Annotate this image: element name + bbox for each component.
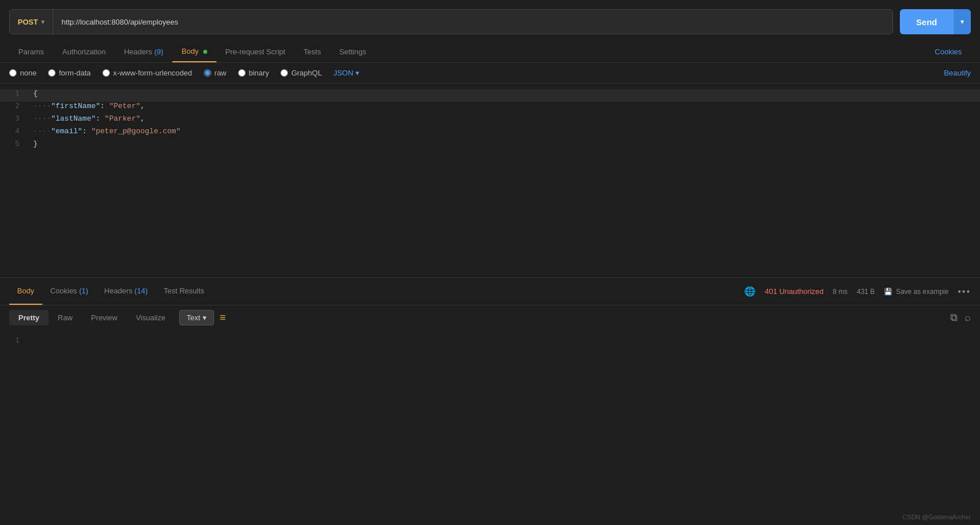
radio-urlencoded[interactable]: x-www-form-urlencoded [102,69,192,77]
url-bar: POST ▾ Send ▾ [0,0,980,41]
json-format-selector[interactable]: JSON ▾ [333,69,359,77]
word-wrap-button[interactable]: ≡ [220,312,226,324]
globe-icon: 🌐 [744,286,756,297]
code-line-2: 2 ····"firstName": "Peter", [0,102,980,114]
floppy-icon: 💾 [884,288,892,296]
search-button[interactable]: ⌕ [965,312,971,324]
copy-button[interactable]: ⧉ [950,312,958,324]
fmt-visualize[interactable]: Visualize [127,310,175,325]
tab-settings[interactable]: Settings [330,42,376,62]
wrap-lines-icon: ≡ [220,312,226,323]
tab-params[interactable]: Params [9,42,53,62]
method-chevron-icon: ▾ [41,18,45,26]
resp-tab-body[interactable]: Body [9,278,42,305]
code-line-1: 1 { [0,89,980,102]
watermark: CSDN @GoldenaArcher [903,514,971,520]
more-options-button[interactable]: ••• [958,287,971,297]
tab-authorization[interactable]: Authorization [53,42,115,62]
fmt-raw[interactable]: Raw [49,310,82,325]
send-button[interactable]: Send [900,9,953,34]
code-line-3: 3 ····"lastName": "Parker", [0,114,980,127]
radio-graphql[interactable]: GraphQL [280,69,322,77]
response-size: 431 B [857,288,875,296]
copy-icon: ⧉ [950,312,958,323]
tab-tests[interactable]: Tests [294,42,330,62]
radio-raw[interactable]: raw [204,69,227,77]
send-button-group: Send ▾ [900,9,971,34]
radio-none[interactable]: none [9,69,37,77]
search-icon: ⌕ [965,312,971,323]
response-body[interactable]: 1 [0,330,980,376]
body-active-dot [203,50,207,54]
tab-cookies-link[interactable]: Cookies [926,42,971,62]
radio-form-data[interactable]: form-data [48,69,91,77]
resp-tab-test-results[interactable]: Test Results [156,278,212,305]
code-line-5: 5 } [0,140,980,152]
method-label: POST [18,18,38,26]
status-badge: 401 Unauthorized [765,287,824,296]
tab-body[interactable]: Body [172,41,216,62]
response-status-area: 🌐 401 Unauthorized 8 ms 431 B 💾 Save as … [744,286,971,297]
fmt-preview[interactable]: Preview [82,310,127,325]
text-format-selector[interactable]: Text ▾ [179,310,214,325]
code-line-4: 4 ····"email": "peter_p@google.com" [0,127,980,140]
tab-prerequest[interactable]: Pre-request Script [216,42,295,62]
body-options-bar: none form-data x-www-form-urlencoded raw… [0,63,980,83]
resp-tab-cookies[interactable]: Cookies (1) [42,278,96,305]
response-format-bar: Pretty Raw Preview Visualize Text ▾ ≡ ⧉ … [0,305,980,330]
method-selector[interactable]: POST ▾ [10,10,53,34]
fmt-pretty[interactable]: Pretty [9,310,49,325]
url-input-wrapper: POST ▾ [9,9,893,34]
request-tabs-bar: Params Authorization Headers (9) Body Pr… [0,41,980,63]
tab-headers[interactable]: Headers (9) [115,42,173,62]
send-dropdown-button[interactable]: ▾ [953,9,971,34]
resp-tab-headers[interactable]: Headers (14) [96,278,156,305]
text-chevron-icon: ▾ [203,313,207,322]
resp-line-1: 1 [0,336,980,348]
response-tabs-bar: Body Cookies (1) Headers (14) Test Resul… [0,278,980,305]
response-time: 8 ms [833,288,848,296]
radio-binary[interactable]: binary [238,69,269,77]
beautify-button[interactable]: Beautify [944,69,971,77]
url-input[interactable] [53,10,892,34]
code-editor[interactable]: 1 { 2 ····"firstName": "Peter", 3 ····"l… [0,83,980,278]
save-example-button[interactable]: 💾 Save as example [884,288,949,296]
json-chevron-icon: ▾ [355,69,359,77]
